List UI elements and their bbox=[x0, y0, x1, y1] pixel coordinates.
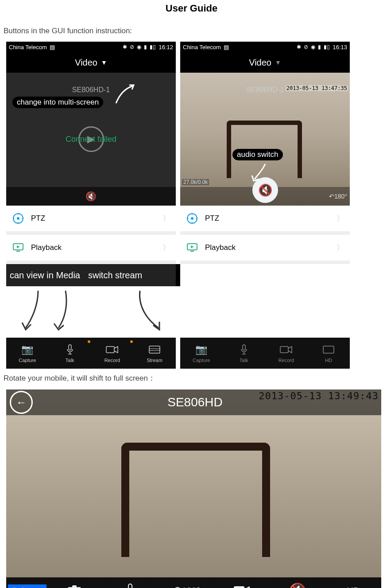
arrow-to-capture bbox=[17, 288, 48, 332]
status-bar: China Telecom ▧ ✱ ⊘ ◉ ▮ ▮▯ 16:12 bbox=[6, 42, 176, 52]
playback-icon bbox=[12, 241, 25, 254]
page-title: User Guide bbox=[4, 3, 379, 14]
svg-point-12 bbox=[191, 217, 193, 220]
intro-text: Buttons in the GUI function instruction: bbox=[4, 27, 379, 35]
annotation-audio: audio switch bbox=[232, 149, 283, 160]
svg-rect-25 bbox=[128, 584, 132, 588]
talk-label: Talk bbox=[240, 358, 248, 363]
svg-point-14 bbox=[192, 222, 193, 224]
dnd-icon: ⊘ bbox=[304, 44, 308, 50]
stream-button[interactable]: Stream bbox=[133, 338, 176, 369]
audio-toggle[interactable]: 🔇 bbox=[252, 177, 278, 203]
annotation-stream: switch stream bbox=[88, 270, 142, 280]
ptz-label: PTZ bbox=[205, 214, 219, 223]
svg-rect-7 bbox=[16, 251, 20, 252]
annotation-media: can view in Media bbox=[10, 270, 80, 280]
chevron-right-icon: 〉 bbox=[162, 242, 170, 253]
svg-point-4 bbox=[13, 218, 15, 219]
mic-icon bbox=[125, 583, 135, 588]
chair-graphic bbox=[121, 443, 281, 567]
video-overlay-bar: 🔇 bbox=[6, 187, 176, 206]
ptz-item[interactable]: PTZ 〉 bbox=[6, 206, 176, 235]
playback-item[interactable]: Playback 〉 bbox=[180, 235, 350, 264]
talk-label: Talk bbox=[66, 358, 74, 363]
screenshots-row: China Telecom ▧ ✱ ⊘ ◉ ▮ ▮▯ 16:12 Video ▼… bbox=[6, 42, 379, 369]
playback-icon bbox=[186, 241, 199, 254]
arrow-to-talk bbox=[46, 288, 77, 332]
record-icon bbox=[105, 343, 119, 356]
talk-button[interactable] bbox=[102, 583, 158, 588]
record-label: Record bbox=[104, 358, 120, 363]
record-button[interactable]: Record bbox=[265, 338, 308, 369]
status-bar: China Telecom ▧ ✱ ⊘ ◉ ▮ ▮▯ 16:13 bbox=[180, 42, 350, 52]
mic-icon bbox=[240, 343, 248, 356]
fullscreen-topbar: ← SE806HD bbox=[6, 389, 381, 415]
mic-icon bbox=[66, 343, 74, 356]
svg-rect-19 bbox=[243, 345, 245, 350]
hd-label: HD bbox=[325, 358, 332, 363]
video-area[interactable]: SE806HD-1 2013-05-13 13:47:35 audio swit… bbox=[180, 73, 350, 206]
arrow-to-stream bbox=[133, 288, 168, 332]
hd-button[interactable]: HD bbox=[325, 586, 381, 588]
record-icon bbox=[233, 584, 251, 588]
rotate-label: 180° bbox=[334, 193, 347, 200]
device-label: SE806HD-1 bbox=[246, 86, 284, 94]
camera-icon bbox=[67, 584, 82, 588]
phone-screenshot-left: China Telecom ▧ ✱ ⊘ ◉ ▮ ▮▯ 16:12 Video ▼… bbox=[6, 42, 176, 369]
svg-point-1 bbox=[17, 217, 19, 220]
video-area[interactable]: SE806HD-1 change into multi-screen ▶ Con… bbox=[6, 73, 176, 206]
playback-label: Playback bbox=[205, 243, 236, 252]
fullscreen-toolbar: Software ↶180° 🔇 HD bbox=[6, 577, 381, 588]
svg-rect-24 bbox=[72, 585, 77, 588]
software-button[interactable]: Software bbox=[8, 584, 46, 588]
record-label: Record bbox=[279, 358, 294, 363]
capture-button[interactable] bbox=[46, 584, 102, 588]
playback-label: Playback bbox=[31, 243, 62, 252]
bluetooth-icon: ✱ bbox=[297, 44, 301, 50]
ptz-item[interactable]: PTZ 〉 bbox=[180, 206, 350, 235]
svg-rect-10 bbox=[149, 346, 160, 353]
dropdown-icon: ▼ bbox=[275, 59, 281, 66]
wifi-icon: ◉ bbox=[311, 44, 315, 50]
mute-button[interactable]: 🔇 bbox=[270, 582, 325, 588]
video-timestamp: 2013-05-13 13:47:35 bbox=[286, 85, 348, 91]
rotate-button[interactable]: ↶180° bbox=[158, 584, 214, 588]
ptz-icon bbox=[12, 212, 25, 225]
svg-point-3 bbox=[18, 222, 19, 224]
capture-label: Capture bbox=[19, 358, 36, 363]
svg-point-5 bbox=[22, 218, 23, 219]
talk-button[interactable]: Talk bbox=[49, 338, 91, 369]
chevron-right-icon: 〉 bbox=[337, 242, 344, 253]
capture-button[interactable]: 📷 Capture bbox=[6, 338, 49, 369]
battery-icon: ▮▯ bbox=[150, 44, 156, 50]
chevron-right-icon: 〉 bbox=[162, 213, 170, 224]
video-header[interactable]: Video ▼ bbox=[180, 52, 350, 73]
camera-icon: 📷 bbox=[195, 343, 207, 356]
dropdown-icon: ▼ bbox=[101, 59, 107, 66]
svg-rect-20 bbox=[280, 347, 288, 353]
back-button[interactable]: ← bbox=[10, 391, 33, 414]
video-header-label: Video bbox=[249, 58, 271, 68]
bitrate-label: 27.0k/0.0k bbox=[182, 179, 209, 185]
mute-icon[interactable]: 🔇 bbox=[85, 191, 97, 202]
record-button[interactable] bbox=[214, 584, 270, 588]
rotate-text: Rotate your mobile, it will shift to ful… bbox=[4, 373, 379, 383]
bottom-toolbar: 📷 Capture Talk Record bbox=[6, 338, 176, 369]
chevron-right-icon: 〉 bbox=[337, 213, 344, 224]
talk-button[interactable]: Talk bbox=[223, 338, 265, 369]
playback-item[interactable]: Playback 〉 bbox=[6, 235, 176, 264]
stream-label: Stream bbox=[147, 358, 162, 363]
svg-point-13 bbox=[192, 214, 193, 215]
wifi-icon: ◉ bbox=[137, 44, 141, 50]
record-button[interactable]: Record bbox=[91, 338, 134, 369]
bluetooth-icon: ✱ bbox=[123, 44, 127, 50]
rotate-button[interactable]: ↶180° bbox=[329, 193, 347, 200]
mute-icon: 🔇 bbox=[289, 582, 306, 588]
video-header[interactable]: Video ▼ bbox=[6, 52, 176, 73]
hd-button[interactable]: HD bbox=[307, 338, 350, 369]
capture-button[interactable]: 📷 Capture bbox=[180, 338, 223, 369]
stream-icon bbox=[148, 343, 161, 356]
fullscreen-screenshot: 2013-05-13 13:49:43 ← SE806HD H Software… bbox=[6, 389, 381, 588]
sim-icon: ▧ bbox=[224, 44, 229, 51]
svg-point-15 bbox=[187, 218, 189, 219]
